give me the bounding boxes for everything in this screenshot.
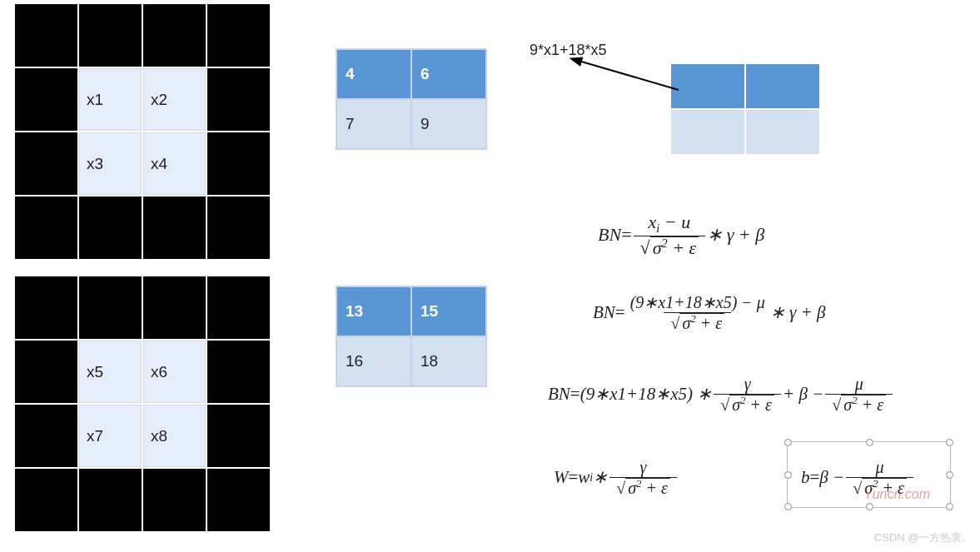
k1-01: 6 (411, 49, 486, 99)
cell-x6: x6 (143, 341, 206, 403)
k2-00: 13 (336, 286, 411, 336)
kernel-1: 4 6 7 9 (336, 48, 487, 150)
watermark: CSDN @一方热衷. (874, 530, 965, 545)
cell-x2: x2 (143, 68, 206, 131)
cell-x8: x8 (143, 405, 206, 467)
cell-x3: x3 (79, 132, 142, 195)
cell-x7: x7 (79, 405, 142, 467)
watermark-2: Yuncn.com (864, 487, 930, 502)
cell-x1: x1 (79, 68, 142, 131)
cell-x4: x4 (143, 132, 206, 195)
k1-11: 9 (411, 99, 486, 149)
padded-input-1: x1 x2 x3 x4 (15, 4, 270, 259)
arrow-icon (566, 57, 691, 115)
k2-10: 16 (336, 336, 411, 386)
cell-x5: x5 (79, 341, 142, 403)
k1-00: 4 (336, 49, 411, 99)
padded-input-2: x5 x6 x7 x8 (15, 276, 270, 531)
svg-line-0 (579, 61, 679, 90)
output-grid (670, 63, 820, 155)
kernel-2: 13 15 16 18 (336, 286, 487, 387)
formula-bn2: BN= (9∗x1+18∗x5) − μ √σ2 + ε ∗ γ + β (593, 293, 826, 333)
k2-01: 15 (411, 286, 486, 336)
k2-11: 18 (411, 336, 486, 386)
formula-bn3: BN= (9∗x1+18∗x5) ∗ γ √σ2 + ε + β − μ √σ2… (548, 375, 894, 415)
formula-bn1: BN= xi − u √σ2 + ε ∗ γ + β (598, 211, 764, 258)
formula-w: W= wi ∗ γ √σ2 + ε (554, 458, 679, 498)
k1-10: 7 (336, 99, 411, 149)
